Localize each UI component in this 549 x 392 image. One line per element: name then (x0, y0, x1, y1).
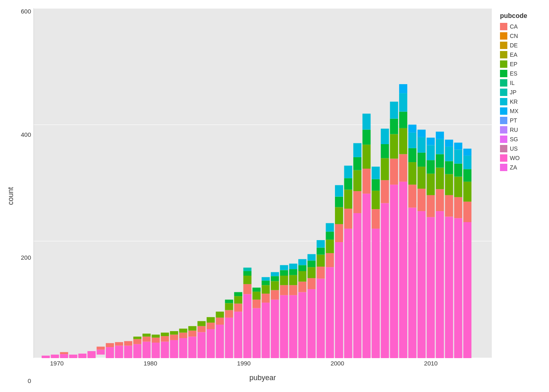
bar-es-2010 (426, 160, 435, 174)
bar-ep-2011 (436, 168, 444, 189)
bar-2007 (399, 182, 407, 358)
legend-item-us: US (500, 145, 518, 152)
bar-ca-1978 (133, 339, 141, 344)
bar-mx-2008 (408, 125, 417, 133)
bar-mx-2014 (463, 149, 471, 156)
legend-item-pt: PT (500, 117, 517, 124)
bar-kr-2003 (362, 114, 370, 129)
bar-2000 (335, 242, 343, 358)
bar-es-2000 (335, 197, 343, 207)
bar-es-2001 (344, 178, 352, 189)
bar-kr-2010 (426, 145, 435, 160)
legend-label-pt: PT (510, 117, 517, 124)
bar-1988 (225, 318, 233, 358)
x-axis-label: pubyear (33, 371, 492, 384)
legend-label-es: ES (510, 70, 518, 77)
bar-es-1996 (298, 265, 306, 271)
bar-es-2012 (445, 161, 453, 174)
bar-ca-1996 (298, 282, 306, 292)
bar-es-2009 (417, 153, 426, 167)
legend-label-za: ZA (510, 164, 517, 171)
bar-ep-1991 (252, 292, 261, 300)
bar-1999 (326, 267, 334, 358)
bar-ca-1970 (60, 352, 68, 354)
bar-ca-1994 (280, 285, 288, 295)
bar-ep-2012 (445, 174, 453, 195)
legend-swatch-ru (500, 126, 507, 134)
legend-item-za: ZA (500, 164, 517, 171)
bar-es-1989 (234, 292, 242, 296)
legend-label-kr: KR (510, 98, 518, 105)
legend-item-jp: JP (500, 89, 516, 96)
bar-ca-2006 (390, 159, 398, 185)
bar-ep-1984 (188, 326, 196, 331)
bar-wo-1969 (51, 354, 59, 358)
bar-1989 (234, 312, 242, 358)
legend-swatch-ea (500, 51, 507, 58)
bar-1974 (97, 350, 105, 354)
bar-1980 (152, 343, 160, 358)
bar-2001 (344, 229, 352, 358)
bar-ca-2001 (344, 209, 352, 229)
legend-swatch-pt (500, 117, 507, 124)
plot-bg (33, 8, 492, 358)
legend-label-mx: MX (510, 108, 518, 114)
bar-ca-2013 (454, 197, 462, 218)
bar-ca-1999 (326, 253, 334, 267)
bar-ep-2013 (454, 177, 462, 197)
legend-swatch-us (500, 145, 507, 152)
bar-ca-1992 (262, 294, 270, 303)
bar-1995 (289, 295, 297, 358)
bar-wo-1968 (42, 356, 50, 358)
legend-swatch-jp (500, 89, 507, 96)
legend-label-ru: RU (510, 127, 518, 133)
bar-es-2013 (454, 164, 462, 177)
bar-jp-1990 (243, 267, 252, 271)
bar-1982 (170, 340, 178, 358)
bar-ca-2004 (372, 209, 380, 229)
bar-es-1992 (262, 281, 270, 285)
bar-ep-2010 (426, 174, 435, 195)
bar-es-1997 (308, 261, 316, 267)
legend-label-cn: CN (510, 33, 518, 39)
bar-ep-2009 (417, 167, 426, 189)
legend-label-ep: EP (510, 61, 518, 67)
bar-es-2005 (381, 144, 389, 158)
legend-swatch-cn (500, 32, 507, 40)
bar-1978 (133, 344, 141, 358)
bar-ca-2010 (426, 195, 435, 217)
bar-kr-2013 (454, 149, 462, 163)
bar-ep-2005 (381, 158, 389, 180)
bar-kr-1995 (289, 264, 297, 269)
bar-es-1990 (243, 271, 252, 276)
bar-2008 (408, 207, 417, 358)
bar-ep-1980 (152, 334, 160, 337)
bar-2006 (390, 185, 398, 358)
bar-ca-1988 (225, 310, 233, 317)
legend-swatch-il (500, 79, 507, 87)
bar-es-1988 (225, 300, 233, 303)
bar-ep-1995 (289, 275, 297, 285)
bar-ep-1987 (216, 312, 224, 318)
bar-wo-1972 (78, 354, 87, 358)
legend-label-us: US (510, 145, 518, 152)
bar-1986 (207, 329, 215, 358)
bar-ca-1985 (197, 326, 205, 332)
legend-item-ca: CA (500, 23, 518, 30)
bar-ca-1983 (179, 333, 187, 338)
bar-2010 (426, 217, 435, 358)
bar-kr-1997 (308, 254, 316, 261)
legend-label-de: DE (510, 42, 518, 49)
bar-wo-1971 (69, 354, 77, 358)
x-tick-2010: 2010 (424, 360, 437, 367)
bar-1985 (197, 332, 205, 358)
bar-ca-1998 (317, 267, 325, 278)
bar-ep-2007 (399, 128, 407, 154)
bar-kr-2005 (381, 129, 389, 144)
bar-kr-1996 (298, 259, 306, 265)
legend-item-il: IL (500, 79, 515, 87)
legend-label-ea: EA (510, 51, 518, 58)
bar-2014 (463, 222, 471, 358)
bar-wo-1970 (60, 354, 68, 358)
bar-ca-2012 (445, 195, 453, 217)
